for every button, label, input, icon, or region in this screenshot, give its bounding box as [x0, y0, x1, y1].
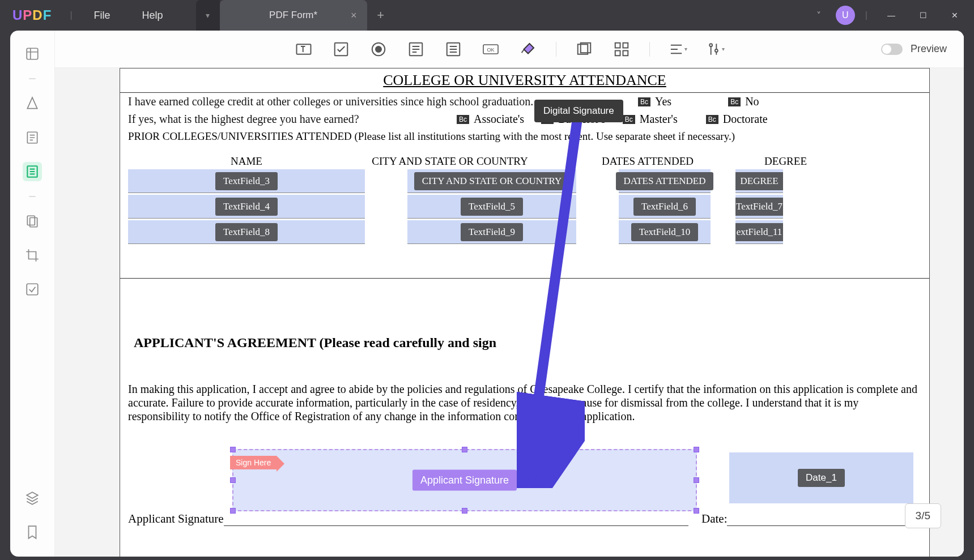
separator: | — [865, 10, 867, 20]
thumbnails-icon[interactable] — [23, 44, 42, 63]
text-field[interactable]: TextField_8 — [128, 220, 365, 244]
text-field[interactable]: DATES ATTENDED — [619, 169, 711, 193]
checkbox-doctorate[interactable]: BcDoctorate — [706, 113, 768, 126]
svg-rect-6 — [297, 44, 311, 54]
user-avatar[interactable]: U — [836, 6, 855, 25]
button-tool[interactable]: OK — [481, 40, 500, 59]
text-field-tool[interactable] — [294, 40, 313, 59]
date-field[interactable]: Date_1 — [729, 452, 913, 503]
page-counter[interactable]: 3/5 — [905, 503, 941, 528]
tab-close-button[interactable]: × — [351, 10, 357, 22]
svg-point-20 — [709, 44, 712, 46]
window-maximize-button[interactable]: ☐ — [909, 4, 937, 27]
line-college-credit: I have earned college credit at other co… — [120, 93, 929, 110]
resize-handle[interactable] — [462, 447, 467, 452]
radio-button-tool[interactable] — [369, 40, 388, 59]
svg-rect-5 — [27, 284, 38, 295]
text-field[interactable]: TextField_6 — [619, 195, 711, 219]
checkbox-master[interactable]: BcMaster's — [623, 113, 678, 126]
ocr-icon[interactable] — [23, 212, 42, 231]
tooltip-digital-signature: Digital Signature — [534, 100, 623, 122]
settings-tool[interactable]: ▾ — [705, 40, 725, 59]
text-field[interactable]: TextField_4 — [128, 195, 365, 219]
svg-point-9 — [376, 46, 381, 52]
new-tab-button[interactable]: + — [367, 0, 394, 31]
svg-rect-19 — [623, 50, 628, 55]
agreement-title: APPLICANT'S AGREEMENT (Please read caref… — [120, 335, 929, 350]
checkbox-no[interactable]: BcNo — [728, 95, 759, 108]
form-toolbar: OK ▾ ▾ Preview — [55, 31, 964, 68]
text-field[interactable]: TextField_7 — [735, 195, 783, 219]
text-field[interactable]: CITY AND STATE OR COUNTRY — [407, 169, 576, 193]
agreement-body: In making this application, I accept and… — [120, 379, 929, 426]
pdf-page: COLLEGE OR UNIVERSITY ATTENDANCE I have … — [120, 68, 930, 557]
preview-toggle[interactable] — [881, 44, 903, 55]
resize-handle[interactable] — [694, 477, 699, 483]
image-field-tool[interactable] — [575, 40, 594, 59]
section-title: COLLEGE OR UNIVERSITY ATTENDANCE — [120, 69, 929, 93]
annotate-icon[interactable] — [23, 94, 42, 113]
window-close-button[interactable]: ✕ — [941, 4, 968, 27]
tab-title: PDF Form* — [269, 10, 317, 21]
svg-text:OK: OK — [487, 47, 494, 53]
main-area: OK ▾ ▾ Preview Digital Signature COLLEGE… — [54, 31, 964, 557]
bookmark-icon[interactable] — [23, 523, 42, 542]
separator: | — [70, 10, 72, 20]
tab-pdf-form[interactable]: PDF Form* × — [220, 0, 367, 31]
checkbox-tool[interactable] — [331, 40, 351, 59]
svg-rect-0 — [27, 48, 38, 59]
align-tool[interactable]: ▾ — [668, 40, 687, 59]
signature-field-label: Applicant Signature — [412, 470, 517, 491]
document-viewport[interactable]: COLLEGE OR UNIVERSITY ATTENDANCE I have … — [55, 68, 964, 557]
svg-rect-18 — [615, 50, 620, 55]
app-body: OK ▾ ▾ Preview Digital Signature COLLEGE… — [10, 31, 964, 557]
menu-help[interactable]: Help — [126, 10, 179, 22]
separator — [29, 78, 36, 79]
separator — [29, 196, 36, 197]
signature-label: Applicant Signature — [128, 512, 688, 526]
checkbox-yes[interactable]: BcYes — [638, 95, 671, 108]
sign-here-flag: Sign Here — [230, 456, 277, 469]
left-sidebar — [10, 31, 54, 557]
resize-handle[interactable] — [694, 447, 699, 452]
date-label: Date: — [701, 512, 914, 526]
table-row: TextField_8 TextField_9 TextField_10 ext… — [120, 220, 929, 244]
form-icon[interactable] — [23, 162, 42, 181]
edit-icon[interactable] — [23, 128, 42, 147]
resize-handle[interactable] — [694, 508, 699, 514]
prior-colleges-text: PRIOR COLLEGES/UNIVERSITIES ATTENDED (Pl… — [120, 128, 929, 145]
tab-list-dropdown[interactable]: ▾ — [196, 0, 220, 31]
signature-field-selected[interactable]: Sign Here Applicant Signature — [232, 449, 697, 511]
resize-handle[interactable] — [230, 447, 236, 452]
list-box-tool[interactable] — [406, 40, 426, 59]
svg-point-21 — [715, 49, 718, 52]
text-field[interactable]: DEGREE — [735, 169, 783, 193]
app-logo: UPDF — [0, 7, 64, 23]
resize-handle[interactable] — [230, 477, 236, 483]
separator — [649, 42, 650, 57]
text-field[interactable]: extField_11 — [735, 220, 783, 244]
table-row: TextField_3 CITY AND STATE OR COUNTRY DA… — [120, 169, 929, 193]
digital-signature-tool[interactable] — [518, 40, 538, 59]
crop-icon[interactable] — [23, 246, 42, 265]
text-field[interactable]: TextField_5 — [407, 195, 576, 219]
window-minimize-button[interactable]: — — [878, 4, 905, 27]
table-header: NAME CITY AND STATE OR COUNTRY DATES ATT… — [120, 155, 929, 168]
signature-row: Sign Here Applicant Signature Date_1 — [120, 449, 929, 523]
duplicate-tool[interactable] — [612, 40, 631, 59]
menu-file[interactable]: File — [78, 10, 126, 22]
line-highest-degree: If yes, what is the highest degree you h… — [120, 110, 929, 128]
text-field[interactable]: TextField_3 — [128, 169, 365, 193]
redact-icon[interactable] — [23, 280, 42, 299]
svg-rect-16 — [615, 42, 620, 48]
combo-box-tool[interactable] — [444, 40, 463, 59]
text-field[interactable]: TextField_10 — [619, 220, 711, 244]
table-row: TextField_4 TextField_5 TextField_6 Text… — [120, 195, 929, 219]
layers-icon[interactable] — [23, 489, 42, 508]
text-field[interactable]: TextField_9 — [407, 220, 576, 244]
checkbox-associate[interactable]: BcAssociate's — [457, 113, 524, 126]
separator — [556, 42, 556, 57]
tab-area: ▾ PDF Form* × + — [196, 0, 394, 31]
chevron-down-icon[interactable]: ˅ — [806, 10, 831, 21]
svg-rect-17 — [623, 42, 628, 48]
